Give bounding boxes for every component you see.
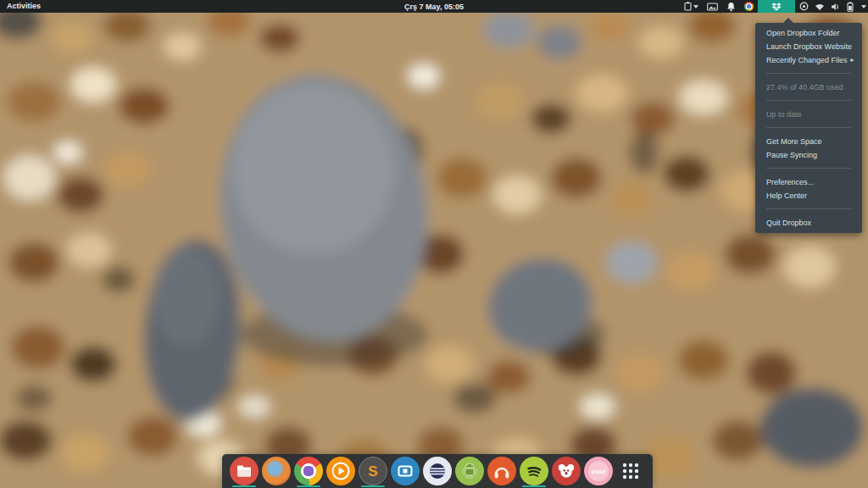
dock-item-osu[interactable]: osu! [584, 457, 613, 485]
dropbox-tray-item[interactable] [758, 0, 795, 13]
dock-item-screen-tool[interactable] [391, 457, 420, 485]
chrome-tray-item[interactable] [740, 0, 758, 13]
sublime-letter: S [368, 464, 377, 479]
show-applications-button[interactable] [616, 457, 645, 485]
dock: S [222, 454, 653, 488]
chrome-icon [294, 457, 323, 485]
running-indicator [361, 485, 385, 487]
menu-item-help-center[interactable]: Help Center [755, 189, 862, 202]
eclipse-icon [423, 457, 452, 485]
screenshot-icon [707, 3, 718, 11]
dock-item-media-player[interactable] [326, 457, 355, 485]
clipboard-icon [684, 2, 692, 11]
dock-item-firefox[interactable] [262, 457, 291, 485]
running-indicator [522, 485, 546, 487]
notifications-indicator[interactable] [722, 0, 740, 13]
dock-item-eclipse[interactable] [423, 457, 452, 485]
osu-label: osu! [592, 468, 606, 475]
wallpaper-pebbles [0, 0, 868, 488]
app-grid-icon [620, 461, 641, 481]
wifi-icon [815, 3, 825, 11]
viewfinder-icon [391, 457, 420, 485]
spotify-icon [520, 457, 548, 485]
dock-item-android-studio[interactable] [455, 457, 484, 485]
menu-item-get-more-space[interactable]: Get More Space [755, 135, 862, 148]
menu-pointer [783, 18, 793, 23]
menu-item-pause-syncing[interactable]: Pause Syncing [755, 148, 862, 162]
chrome-icon [744, 2, 754, 11]
activities-button[interactable]: Activities [0, 0, 47, 13]
menu-item-recently-changed-files[interactable]: Recently Changed Files ▸ [755, 53, 862, 67]
menu-item-quit-dropbox[interactable]: Quit Dropbox [755, 216, 862, 230]
dock-item-headphones-app[interactable] [487, 457, 516, 485]
dock-item-files[interactable] [230, 457, 259, 485]
menu-separator [766, 100, 851, 101]
chevron-down-icon [693, 5, 698, 8]
running-indicator [297, 485, 320, 487]
android-robot-icon [455, 457, 484, 485]
menu-item-launch-dropbox-website[interactable]: Launch Dropbox Website [755, 40, 862, 53]
dock-item-spotify[interactable] [520, 457, 548, 485]
osu-inner-circle: osu! [588, 461, 609, 481]
top-panel: Activities Çrş 7 May, 05:05 [0, 0, 868, 13]
battery-icon [847, 2, 854, 12]
dock-item-sublime-text[interactable]: S [359, 457, 387, 485]
osu-icon: osu! [584, 457, 613, 485]
menu-item-label: Recently Changed Files [766, 53, 848, 67]
bell-icon [726, 2, 736, 12]
menu-item-open-dropbox-folder[interactable]: Open Dropbox Folder [755, 26, 862, 40]
running-indicator [232, 485, 256, 487]
dock-item-red-mascot-app[interactable] [552, 457, 581, 485]
clipboard-indicator[interactable] [680, 0, 703, 13]
files-icon [230, 457, 259, 485]
dropbox-menu: Open Dropbox Folder Launch Dropbox Websi… [755, 23, 862, 233]
status-circle-icon [799, 2, 809, 11]
chevron-down-icon [861, 5, 866, 8]
headphones-icon [487, 457, 516, 485]
menu-item-storage-usage: 27.4% of 40.4GB used [755, 80, 862, 94]
volume-icon [831, 3, 841, 11]
menu-item-sync-status: Up to date [755, 108, 862, 121]
screenshot-indicator[interactable] [703, 0, 722, 13]
submenu-arrow-icon: ▸ [851, 53, 854, 67]
menu-separator [766, 208, 851, 209]
play-button-icon [326, 457, 355, 485]
sublime-text-icon: S [359, 457, 387, 485]
aggregate-menu[interactable] [795, 0, 868, 13]
system-tray [680, 0, 868, 13]
menu-separator [766, 127, 851, 128]
menu-item-preferences[interactable]: Preferences... [755, 175, 862, 189]
mascot-face-icon [552, 457, 581, 485]
menu-separator [766, 168, 851, 169]
dropbox-icon [771, 3, 782, 11]
menu-separator [766, 73, 851, 74]
dock-item-chrome[interactable] [294, 457, 323, 485]
desktop: Activities Çrş 7 May, 05:05 [0, 0, 868, 488]
firefox-icon [262, 457, 291, 485]
